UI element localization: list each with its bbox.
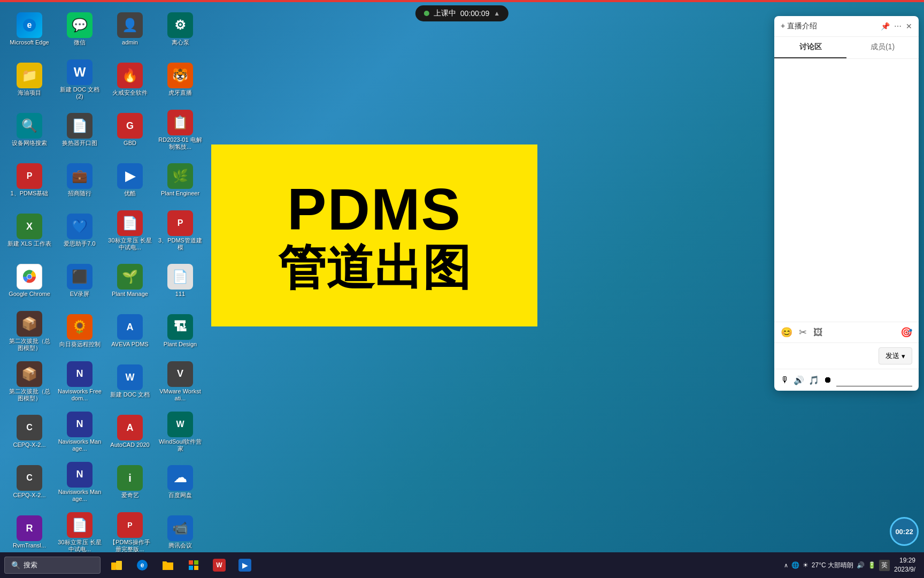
icon-pdms-basic[interactable]: P 1、PDMS基础 (5, 156, 53, 204)
icon-rd2023[interactable]: 📋 RD2023-01 电解制氢技... (156, 106, 204, 154)
icon-pdms-pipe[interactable]: P 3、PDMS管道建模 (156, 207, 204, 255)
icon-baidu-disk[interactable]: ☁ 百度网盘 (156, 458, 204, 506)
taskbar-search[interactable]: 🔍 搜索 (4, 557, 101, 574)
scissors-icon[interactable]: ✂ (799, 326, 807, 338)
icon-rvmtransl[interactable]: R RvmTransl... (5, 508, 53, 557)
taskbar-clock[interactable]: 19:29 2023/9/ (894, 556, 915, 574)
icon-plant-design[interactable]: 🏗 Plant Design (156, 307, 204, 355)
icon-youku-img: ▶ (117, 163, 143, 189)
record-icon[interactable]: ⏺ (823, 375, 832, 385)
icon-cepq-1[interactable]: C CEPQ-X-2... (5, 408, 53, 456)
icon-iqiyi[interactable]: i 爱奇艺 (106, 458, 154, 506)
icon-cepq-2[interactable]: C CEPQ-X-2... (5, 458, 53, 506)
icon-zhaoshang[interactable]: 💼 招商随行 (56, 156, 104, 204)
icon-batch1-img: 📦 (17, 311, 42, 337)
pdms-banner: PDMS 管道出图 (211, 144, 537, 326)
icon-navisworks-freedom[interactable]: N Navisworks Freedom... (56, 358, 104, 406)
icon-111[interactable]: 📄 111 (156, 257, 204, 305)
icon-haiyou[interactable]: 📁 海油项目 (5, 56, 53, 104)
icon-autocad[interactable]: A AutoCAD 2020 (106, 408, 154, 456)
icon-huya[interactable]: 🐯 虎牙直播 (156, 56, 204, 104)
icon-fire-img: 🔥 (117, 63, 143, 88)
taskbar: 🔍 搜索 e W (0, 552, 924, 578)
tab-members[interactable]: 成员(1) (846, 37, 919, 58)
icon-heat-exchanger[interactable]: 📄 换热器开口图 (56, 106, 104, 154)
send-button[interactable]: 发送 ▾ (879, 347, 912, 364)
send-dropdown-icon[interactable]: ▾ (902, 352, 905, 360)
taskbar-edge-icon[interactable]: e (130, 553, 154, 577)
icon-zs-label: 招商随行 (68, 190, 91, 197)
close-icon[interactable]: ✕ (906, 22, 912, 31)
icon-aveva-pdms[interactable]: A AVEVA PDMS (106, 307, 154, 355)
icon-gbd[interactable]: G GBD (106, 106, 154, 154)
icon-admin[interactable]: 👤 admin (106, 5, 154, 54)
icon-device-search[interactable]: 🔍 设备网络搜索 (5, 106, 53, 154)
icon-sunflower[interactable]: 🌻 向日葵远程控制 (56, 307, 104, 355)
icon-new-doc[interactable]: W 新建 DOC 文档 (106, 358, 154, 406)
icon-doc2-img: W (67, 59, 93, 85)
icon-30std-2[interactable]: 📄 30标立常压 长星中试电... (56, 508, 104, 557)
taskbar-blue-app-icon[interactable]: ▶ (233, 553, 257, 577)
icon-zs-img: 💼 (67, 163, 93, 189)
battery-icon[interactable]: 🔋 (868, 561, 876, 569)
systray-expand[interactable]: ∧ (784, 562, 788, 569)
taskbar-store-icon[interactable] (182, 553, 205, 577)
icon-aisi[interactable]: 💙 爱思助手7.0 (56, 207, 104, 255)
icon-tencent-meeting[interactable]: 📹 腾讯会议 (156, 508, 204, 557)
pin-icon[interactable]: 📌 (881, 22, 890, 31)
taskbar-file-explorer[interactable] (105, 553, 128, 577)
circular-timer-text: 00:22 (895, 528, 913, 536)
taskbar-folder-icon[interactable] (156, 553, 180, 577)
live-timer: 上课中 00:00:09 ▲ (415, 5, 509, 21)
icon-navisworks-manage-1[interactable]: N Navisworks Manage... (56, 408, 104, 456)
icon-google-chrome[interactable]: Google Chrome (5, 257, 53, 305)
music-icon[interactable]: 🎵 (808, 375, 819, 385)
icon-rd-label: RD2023-01 电解制氢技... (158, 136, 202, 150)
icon-centrifugal-pump[interactable]: ⚙ 离心泵 (156, 5, 204, 54)
volume-icon[interactable]: 🔊 (794, 375, 804, 385)
icon-ev-recorder[interactable]: ⬛ EV录屏 (56, 257, 104, 305)
live-time: 00:00:09 (460, 9, 490, 18)
live-status: 上课中 (434, 9, 456, 18)
icon-pe-label: Plant Engineer (161, 190, 199, 197)
emoji-icon[interactable]: 😊 (781, 326, 792, 338)
image-icon[interactable]: 🖼 (813, 327, 823, 338)
live-panel-content[interactable] (774, 59, 919, 322)
icon-youku[interactable]: ▶ 优酷 (106, 156, 154, 204)
tab-discussion[interactable]: 讨论区 (774, 37, 846, 58)
icon-windsoul[interactable]: W WindSoul软件营家 (156, 408, 204, 456)
icon-iqiyi-img: i (117, 465, 143, 491)
icon-pdms-manual[interactable]: P 【PDMS操作手册完整版... (106, 508, 154, 557)
icon-new-xls[interactable]: X 新建 XLS 工作表 (5, 207, 53, 255)
target-icon[interactable]: 🎯 (900, 326, 912, 338)
icon-navisworks-manage-2[interactable]: N Navisworks Manage... (56, 458, 104, 506)
svg-text:e: e (27, 20, 32, 29)
icon-fire-safety[interactable]: 🔥 火戒安全软件 (106, 56, 154, 104)
icon-30std-1[interactable]: 📄 30标立常压 长星中试电... (106, 207, 154, 255)
icon-plant-engineer[interactable]: 🌿 Plant Engineer (156, 156, 204, 204)
icon-cepq2-label: CEPQ-X-2... (13, 492, 45, 499)
icon-aisi-img: 💙 (67, 214, 93, 239)
icon-sunflower-img: 🌻 (67, 314, 93, 340)
lang-indicator[interactable]: 英 (879, 560, 890, 571)
taskbar-wps-icon[interactable]: W (207, 553, 231, 577)
icon-ms-edge[interactable]: e Microsoft Edge (5, 5, 53, 54)
icon-vmware[interactable]: V VMware Workstati... (156, 358, 204, 406)
icon-plant-manage[interactable]: 🌱 Plant Manage (106, 257, 154, 305)
icon-wechat[interactable]: 💬 微信 (56, 5, 104, 54)
icon-rd-img: 📋 (167, 110, 193, 135)
icon-navmanage2-img: N (67, 462, 93, 488)
mic-icon[interactable]: 🎙 (781, 375, 789, 385)
chat-input[interactable] (836, 374, 912, 386)
icon-second-batch-1[interactable]: 📦 第二次拔批（总图模型） (5, 307, 53, 355)
more-icon[interactable]: ⋯ (894, 22, 902, 31)
network-icon[interactable]: 🌐 (791, 561, 799, 569)
volume-icon[interactable]: 🔊 (857, 561, 865, 569)
live-intro-button[interactable]: + 直播介绍 (781, 21, 817, 31)
live-chevron[interactable]: ▲ (494, 10, 500, 17)
live-dot (424, 11, 429, 16)
icon-new-doc-2[interactable]: W 新建 DOC 文档(2) (56, 56, 104, 104)
icon-second-batch-2[interactable]: 📦 第二次拔批（总图模型） (5, 358, 53, 406)
icon-admin-label: admin (122, 39, 138, 46)
icon-navmanage1-img: N (67, 412, 93, 437)
